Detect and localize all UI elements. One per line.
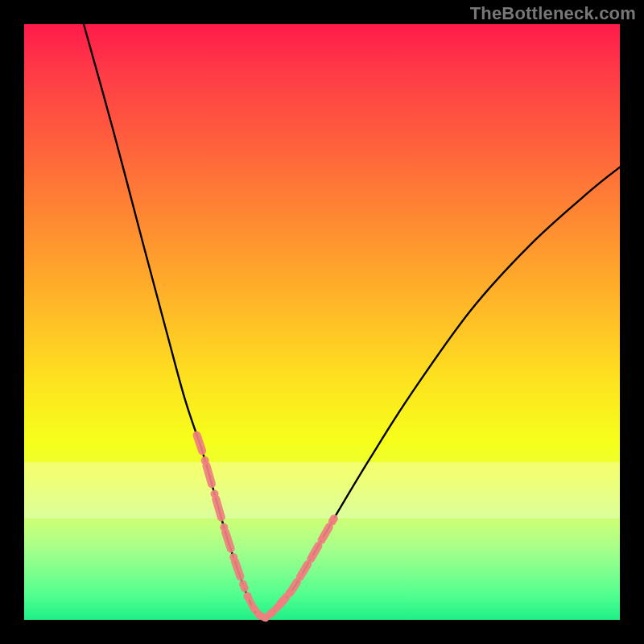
watermark-text: TheBottleneck.com bbox=[470, 3, 636, 24]
bottleneck-curve-svg bbox=[24, 24, 620, 620]
chart-frame: TheBottleneck.com bbox=[0, 0, 644, 644]
svg-line-4 bbox=[216, 499, 221, 518]
bottleneck-curve bbox=[84, 24, 620, 618]
svg-line-15 bbox=[302, 564, 308, 574]
svg-line-13 bbox=[291, 582, 297, 591]
fit-dots bbox=[197, 436, 338, 621]
svg-point-21 bbox=[330, 514, 338, 522]
plot-outer bbox=[24, 24, 620, 620]
svg-line-6 bbox=[225, 532, 231, 548]
svg-point-34 bbox=[279, 597, 287, 605]
svg-line-8 bbox=[235, 561, 241, 576]
svg-line-17 bbox=[312, 546, 318, 556]
svg-line-19 bbox=[323, 527, 328, 538]
svg-line-0 bbox=[197, 436, 203, 452]
svg-line-2 bbox=[206, 465, 212, 484]
svg-point-10 bbox=[241, 584, 249, 592]
